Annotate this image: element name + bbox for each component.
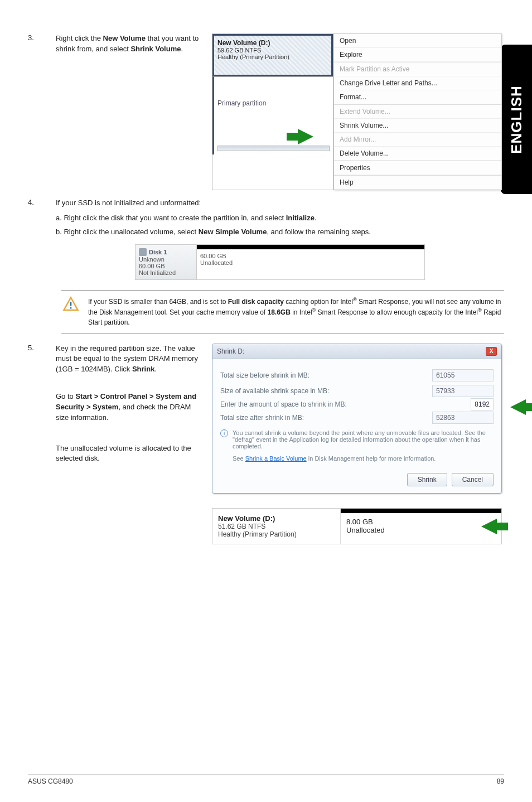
text-bold: 18.6GB bbox=[268, 308, 291, 316]
menu-mark-active: Mark Partition as Active bbox=[334, 62, 501, 76]
result-unalloc-state: Unallocated bbox=[346, 526, 496, 534]
text: a. Right click the disk that you want to… bbox=[56, 214, 286, 222]
disk-state: Not Initialized bbox=[139, 269, 193, 276]
see-text: See bbox=[233, 455, 245, 462]
menu-help[interactable]: Help bbox=[334, 176, 501, 190]
shrink-dialog: Shrink D: X Total size before shrink in … bbox=[212, 344, 502, 494]
step-3-number: 3. bbox=[28, 33, 56, 190]
text: Smart Response to allow enough capacity … bbox=[316, 308, 478, 316]
menu-extend-volume: Extend Volume... bbox=[334, 105, 501, 119]
step-5-subnote: Go to Start > Control Panel > System and… bbox=[56, 392, 201, 423]
disk-right-size: 60.00 GB bbox=[200, 253, 421, 259]
info-icon: i bbox=[220, 429, 228, 437]
text: . bbox=[154, 365, 157, 373]
svg-rect-1 bbox=[70, 307, 72, 309]
text-bold: New Simple Volume bbox=[199, 228, 267, 236]
volume-health: Healthy (Primary Partition) bbox=[217, 54, 328, 60]
disk-unknown: Unknown bbox=[139, 256, 193, 263]
result-volume-screenshot: New Volume (D:) 51.62 GB NTFS Healthy (P… bbox=[212, 508, 502, 544]
result-volume-health: Healthy (Primary Partition) bbox=[218, 530, 335, 538]
shrink-button[interactable]: Shrink bbox=[407, 473, 447, 486]
text-bold: Shrink Volume bbox=[130, 45, 181, 53]
step-4b-text: b. Right click the unallocated volume, s… bbox=[56, 227, 504, 238]
volume-title: New Volume (D:) bbox=[217, 39, 328, 47]
text-bold: New Volume bbox=[103, 34, 146, 42]
menu-explore[interactable]: Explore bbox=[334, 48, 501, 62]
step-3-text: Right click the New Volume that you want… bbox=[56, 33, 201, 55]
menu-format[interactable]: Format... bbox=[334, 90, 501, 104]
text: Key in the required partition size. The … bbox=[56, 344, 198, 374]
text: . bbox=[315, 214, 317, 222]
svg-rect-0 bbox=[70, 302, 72, 306]
dialog-info-text: You cannot shrink a volume beyond the po… bbox=[233, 429, 494, 450]
close-icon[interactable]: X bbox=[486, 347, 497, 356]
field-label-amount: Enter the amount of space to shrink in M… bbox=[220, 400, 347, 408]
text: caching option for Intel bbox=[284, 298, 353, 306]
text: Go to bbox=[56, 392, 75, 400]
primary-partition-box: Primary partition bbox=[212, 76, 333, 154]
shrink-help-link[interactable]: Shrink a Basic Volume bbox=[245, 455, 307, 462]
context-menu: Open Explore Mark Partition as Active Ch… bbox=[333, 33, 502, 190]
text: If your SSD is smaller than 64GB, and is… bbox=[88, 298, 228, 306]
text: b. Right click the unallocated volume, s… bbox=[56, 228, 199, 236]
field-label-total-before: Total size before shrink in MB: bbox=[220, 371, 309, 379]
result-volume-title: New Volume (D:) bbox=[218, 514, 335, 523]
step-4-number: 4. bbox=[28, 198, 56, 280]
disk-1-screenshot: Disk 1 Unknown 60.00 GB Not Initialized … bbox=[135, 244, 425, 280]
arrow-left-icon bbox=[481, 519, 497, 534]
step-5-number: 5. bbox=[28, 344, 56, 544]
field-value-total-before: 61055 bbox=[432, 369, 494, 381]
menu-shrink-volume[interactable]: Shrink Volume... bbox=[334, 119, 501, 133]
language-tab: ENGLISH bbox=[501, 45, 532, 194]
step-5-result-text: The unallocated volume is allocated to t… bbox=[56, 443, 201, 465]
text-bold: Full disk capacity bbox=[228, 298, 284, 306]
menu-delete-volume[interactable]: Delete Volume... bbox=[334, 147, 501, 161]
field-input-amount[interactable]: 8192 bbox=[471, 398, 494, 410]
text: Right click the bbox=[56, 34, 103, 42]
field-label-available: Size of available shrink space in MB: bbox=[220, 387, 329, 395]
reg-mark: ® bbox=[353, 297, 357, 302]
field-value-total-after: 52863 bbox=[432, 412, 494, 424]
warning-note: If your SSD is smaller than 64GB, and is… bbox=[61, 290, 504, 334]
step-4a-text: a. Right click the disk that you want to… bbox=[56, 213, 504, 224]
see-text-b: in Disk Management help for more informa… bbox=[307, 455, 436, 462]
disk-name: Disk 1 bbox=[149, 249, 167, 255]
language-tab-label: ENGLISH bbox=[508, 85, 525, 154]
menu-open[interactable]: Open bbox=[334, 34, 501, 48]
disk-size: 60.00 GB bbox=[139, 263, 193, 269]
step-5-text: Key in the required partition size. The … bbox=[56, 344, 201, 375]
text: in Intel bbox=[291, 308, 312, 316]
step-4-text: If your SSD is not initialized and unfor… bbox=[56, 198, 504, 209]
result-volume-size: 51.62 GB NTFS bbox=[218, 523, 335, 530]
footer-page-number: 89 bbox=[497, 777, 504, 785]
menu-properties[interactable]: Properties bbox=[334, 161, 501, 175]
text-bold: Initialize bbox=[286, 214, 315, 222]
warning-text: If your SSD is smaller than 64GB, and is… bbox=[88, 296, 504, 327]
reg-mark: ® bbox=[478, 307, 482, 313]
disk-icon bbox=[139, 248, 147, 256]
arrow-left-icon bbox=[510, 399, 526, 415]
field-label-total-after: Total size after shrink in MB: bbox=[220, 414, 304, 422]
volume-size: 59.62 GB NTFS bbox=[217, 47, 328, 54]
text: , and follow the remaining steps. bbox=[267, 228, 370, 236]
text-bold: Shrink bbox=[132, 365, 154, 373]
dialog-title: Shrink D: bbox=[217, 347, 244, 355]
disk-right-state: Unallocated bbox=[200, 259, 421, 266]
result-unalloc-size: 8.00 GB bbox=[346, 518, 496, 526]
arrow-right-icon bbox=[298, 129, 313, 144]
cancel-button[interactable]: Cancel bbox=[452, 473, 494, 486]
warning-icon bbox=[61, 296, 80, 327]
primary-partition-label: Primary partition bbox=[217, 99, 330, 107]
menu-add-mirror: Add Mirror... bbox=[334, 133, 501, 147]
volume-box: New Volume (D:) 59.62 GB NTFS Healthy (P… bbox=[212, 34, 333, 76]
field-value-available: 57933 bbox=[432, 385, 494, 397]
context-menu-screenshot: New Volume (D:) 59.62 GB NTFS Healthy (P… bbox=[212, 33, 502, 190]
footer-model: ASUS CG8480 bbox=[28, 777, 73, 785]
menu-change-letter[interactable]: Change Drive Letter and Paths... bbox=[334, 76, 501, 90]
text: . bbox=[181, 45, 183, 53]
